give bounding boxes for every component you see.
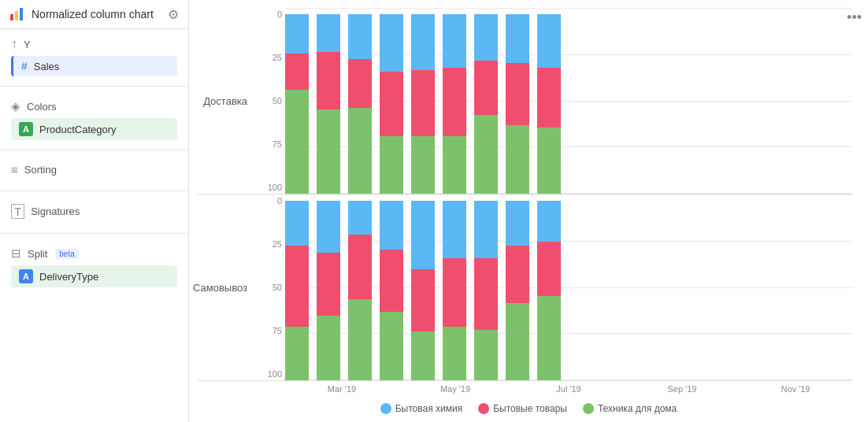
bar-group <box>474 201 498 380</box>
bar-segment <box>380 72 403 136</box>
bar-group <box>380 201 403 380</box>
x-tick: Sep '19 <box>625 384 739 394</box>
bar-segment <box>537 296 561 380</box>
bar-segment <box>317 52 340 109</box>
arrow-up-icon: ↑ <box>11 37 17 51</box>
bar-segment <box>537 128 561 194</box>
bar-segment <box>537 14 561 68</box>
bars-container-dostavka <box>260 8 852 194</box>
bar-segment <box>317 14 340 52</box>
legend-dot-red <box>478 403 489 414</box>
section-sorting-label: ≡ Sorting <box>11 163 177 176</box>
divider-2 <box>0 150 188 150</box>
bar-segment <box>380 201 403 250</box>
bar-segment <box>380 14 403 72</box>
bar-group <box>317 14 340 194</box>
section-split-label: ⊟ Split beta <box>11 246 177 261</box>
field-delivery-type[interactable]: A DeliveryType <box>11 265 177 287</box>
bar-segment <box>348 59 372 108</box>
bar-segment <box>506 246 529 303</box>
bar-segment <box>474 61 498 114</box>
divider-3 <box>0 191 188 191</box>
bar-group <box>380 14 403 194</box>
bar-segment <box>348 108 372 194</box>
bar-segment <box>411 14 435 70</box>
bar-segment <box>285 54 309 90</box>
bar-group <box>411 14 435 194</box>
split-icon: ⊟ <box>11 246 21 261</box>
bars-wrapper-dostavka <box>260 8 852 194</box>
x-axis: Mar '19May '19Jul '19Sep '19Nov '19 <box>197 381 852 397</box>
divider-1 <box>0 86 188 87</box>
bar-group <box>474 14 498 194</box>
bar-segment <box>411 331 435 380</box>
field-product-category[interactable]: A ProductCategory <box>11 118 177 140</box>
section-signatures-label: T Signatures <box>11 204 177 219</box>
bar-segment <box>474 258 498 330</box>
bar-segment <box>506 303 529 380</box>
bar-segment <box>443 136 466 194</box>
bar-segment <box>411 136 435 194</box>
bar-group <box>506 14 529 194</box>
x-tick: May '19 <box>399 384 512 394</box>
bar-segment <box>474 14 498 61</box>
x-tick: Mar '19 <box>285 384 399 394</box>
bar-segment <box>537 242 561 295</box>
legend-dot-blue <box>380 403 391 414</box>
bar-segment <box>348 14 372 59</box>
chart-row-dostavka: Доставка 100 75 50 25 0 <box>197 8 852 194</box>
bar-segment <box>506 201 529 246</box>
row-label-samovyvoz: Самовывоз <box>197 194 260 380</box>
bar-segment <box>380 136 403 194</box>
badge-a-green: A <box>19 122 33 136</box>
bar-segment <box>506 125 529 194</box>
bar-group <box>348 201 372 380</box>
bar-segment <box>348 235 372 299</box>
bar-group <box>443 201 466 380</box>
bar-group <box>285 14 309 194</box>
chart-main: Доставка 100 75 50 25 0 <box>189 0 868 397</box>
bar-segment <box>317 109 340 194</box>
x-tick: Jul '19 <box>512 384 625 394</box>
bar-segment <box>443 327 466 380</box>
bar-group <box>411 201 435 380</box>
svg-rect-2 <box>20 8 23 20</box>
svg-rect-1 <box>15 11 18 20</box>
badge-a-blue: A <box>19 269 33 283</box>
bar-segment <box>411 201 435 269</box>
bar-group <box>506 201 529 380</box>
section-sorting: ≡ Sorting <box>0 155 188 186</box>
sidebar-header: Normalized column chart ⚙ <box>0 0 188 29</box>
legend-item-green: Техника для дома <box>583 403 677 414</box>
field-sales[interactable]: # Sales <box>11 56 177 76</box>
bar-group <box>348 14 372 194</box>
section-y-label: ↑ Y <box>11 37 177 51</box>
bar-segment <box>411 70 435 136</box>
chart-rows: Доставка 100 75 50 25 0 <box>197 8 852 381</box>
bar-segment <box>285 201 309 246</box>
chart-area: ••• Доставка 100 75 50 25 0 <box>189 0 868 422</box>
bars-wrapper-samovyvoz <box>260 194 852 380</box>
bar-group <box>537 201 561 380</box>
bar-segment <box>348 299 372 380</box>
bar-segment <box>285 327 309 380</box>
bar-segment <box>317 253 340 316</box>
legend-item-red: Бытовые товары <box>478 403 567 414</box>
bars-container-samovyvoz <box>260 194 852 380</box>
section-split: ⊟ Split beta A DeliveryType <box>0 239 188 292</box>
bar-segment <box>443 258 466 327</box>
row-chart-samovyvoz: 100 75 50 25 0 <box>260 194 852 380</box>
bar-segment <box>380 312 403 380</box>
gear-icon[interactable]: ⚙ <box>168 7 179 22</box>
bar-segment <box>506 14 529 63</box>
chart-row-samovyvoz: Самовывоз 100 75 50 25 0 <box>197 194 852 381</box>
sorting-icon: ≡ <box>11 163 18 176</box>
bar-segment <box>537 68 561 127</box>
divider-4 <box>0 233 188 234</box>
bar-segment <box>317 201 340 253</box>
bar-segment <box>285 14 309 54</box>
bar-segment <box>380 250 403 313</box>
bar-segment <box>474 330 498 380</box>
bar-segment <box>474 115 498 194</box>
x-tick: Nov '19 <box>739 384 852 394</box>
